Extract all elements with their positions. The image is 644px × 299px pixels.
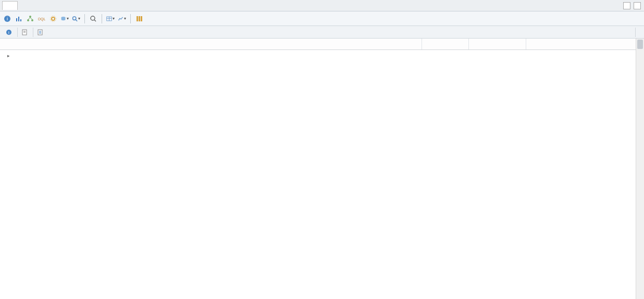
search-icon[interactable] [89,15,97,23]
gear-icon[interactable] [49,15,57,23]
col-retained[interactable] [469,39,526,49]
expand-icon[interactable]: ▸ [5,53,11,58]
vertical-scrollbar[interactable]: ▴ [636,39,644,299]
minimize-button[interactable] [623,2,630,9]
file-tab[interactable] [2,1,18,10]
list-icon [36,29,44,36]
tab-default-report[interactable] [18,28,33,37]
col-classname[interactable] [0,39,422,49]
svg-line-15 [76,19,77,21]
svg-rect-23 [141,16,142,21]
tab-overview[interactable]: i [2,28,18,37]
toolbar-separator [102,14,102,23]
report-icon [21,29,28,36]
svg-point-9 [31,19,33,21]
editor-tab-bar [0,0,644,11]
oql-icon[interactable]: OQL [38,15,46,23]
svg-rect-5 [18,17,19,21]
toolbar-separator [130,14,131,23]
svg-point-14 [73,17,76,20]
dominator-tree-icon[interactable] [26,15,34,23]
svg-text:i: i [7,16,8,21]
histogram-icon[interactable] [15,15,23,23]
filter-row: ▸ [0,50,644,61]
db-icon[interactable] [60,15,69,23]
table-header [0,39,644,50]
query-icon[interactable] [72,15,80,23]
view-tab-bar: i [0,26,644,39]
tab-list-objects[interactable] [33,28,636,37]
svg-point-7 [29,16,31,18]
chart-icon[interactable] [118,15,126,23]
svg-line-17 [94,20,96,21]
svg-point-16 [91,16,95,20]
svg-rect-6 [20,19,21,21]
info-icon: i [5,29,13,36]
svg-text:i: i [8,30,9,35]
maximize-button[interactable] [634,2,641,9]
svg-text:OQL: OQL [38,17,45,21]
object-tree-table: ▸ ▴ [0,39,644,299]
toolbar-separator [84,14,85,23]
scrollbar-thumb[interactable] [637,40,643,49]
col-spacer [526,39,644,49]
svg-rect-22 [139,16,140,21]
columns-icon[interactable] [135,15,143,23]
svg-point-8 [27,19,29,21]
info-icon[interactable]: i [3,15,11,23]
table-icon[interactable] [106,15,115,23]
svg-rect-21 [137,16,138,21]
col-shallow[interactable] [422,39,469,49]
toolbar: i OQL [0,11,644,26]
table-body[interactable]: ▸ [0,50,644,299]
window-controls [623,2,644,9]
svg-point-11 [52,17,55,20]
svg-rect-4 [16,18,17,21]
